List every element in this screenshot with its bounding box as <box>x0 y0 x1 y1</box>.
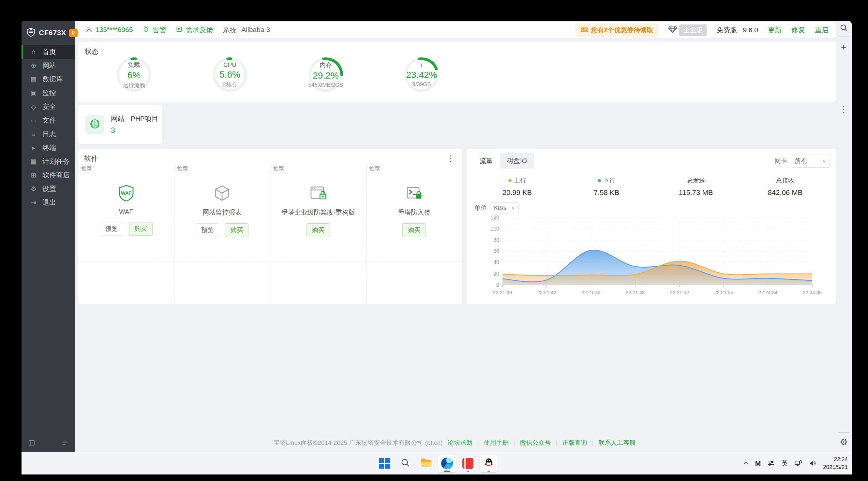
open-app-indicator <box>488 471 490 472</box>
sidebar-item-security[interactable]: ◇安全 <box>22 100 75 114</box>
alert-link[interactable]: 告警 <box>143 25 166 35</box>
copyright-text: 宝塔Linux面板©2014-2025 广东堡塔安全技术有限公司 (bt.cn) <box>274 439 443 447</box>
recommend-badge: 推荐 <box>270 164 287 174</box>
tray-settings-sliders-icon[interactable] <box>767 459 775 467</box>
sidebar-item-database[interactable]: ▤数据库 <box>22 72 75 86</box>
buy-button-0[interactable]: 购买 <box>129 222 153 236</box>
svg-text:22:21:52: 22:21:52 <box>670 290 689 295</box>
file-explorer-button[interactable] <box>417 455 435 472</box>
sidebar-item-logs[interactable]: ≡日志 <box>22 127 75 141</box>
update-button[interactable]: 更新 <box>768 25 782 35</box>
stat-label-text: 总发送 <box>687 176 705 185</box>
software-item-name: 堡塔防入侵 <box>398 208 430 217</box>
system-prefix: 系统: <box>223 25 238 35</box>
site-overview-card[interactable]: 网站 - PHP项目 3 <box>78 105 162 144</box>
software-title: 软件 <box>84 154 98 163</box>
sidebar-item-label: 计划任务 <box>42 157 70 166</box>
version-number[interactable]: 9.6.0 <box>743 26 758 34</box>
software-item-buttons: 预览购买 <box>100 222 153 236</box>
site-count[interactable]: 3 <box>111 126 158 135</box>
tab-disk-io[interactable]: 磁盘IO <box>500 153 534 169</box>
tray-m-app-icon[interactable]: M <box>755 459 761 467</box>
windows-taskbar: M 英 22:24 2025/5/21 <box>22 452 852 475</box>
software-item-2[interactable]: 推荐堡塔企业级防篡改-重构版购买 <box>270 164 367 262</box>
system-tray: M 英 22:24 2025/5/21 <box>743 452 848 475</box>
software-more-icon[interactable]: ⋮ <box>446 154 455 163</box>
footer-link-3[interactable]: 正版查询 <box>562 439 587 447</box>
footer-link-0[interactable]: 论坛求助 <box>447 439 472 447</box>
sidebar-item-label: 日志 <box>42 129 56 139</box>
red-document-app-button[interactable] <box>459 455 477 472</box>
software-item-0[interactable]: 推荐WAFWAF预览购买 <box>78 164 175 262</box>
main-content: 135****6965 告警 需求反馈 <box>75 21 836 452</box>
feedback-label: 需求反馈 <box>186 25 213 35</box>
edition-badge-group[interactable]: 企业版 <box>668 25 707 36</box>
taskbar-clock[interactable]: 22:24 2025/5/21 <box>823 456 848 471</box>
sidebar-item-settings[interactable]: ⚙设置 <box>22 182 75 196</box>
buy-button-2[interactable]: 购买 <box>307 223 330 237</box>
preview-button-0[interactable]: 预览 <box>100 222 123 236</box>
software-header: 软件 ⋮ <box>78 149 462 164</box>
footer-link-1[interactable]: 使用手册 <box>484 439 508 447</box>
stat-value: 20.99 KB <box>502 188 532 197</box>
grid-icon: ⊞ <box>29 171 38 179</box>
sidebar-item-cron[interactable]: ▦计划任务 <box>22 155 75 168</box>
system-info[interactable]: 系统: Alibaba 3 <box>223 25 270 35</box>
repair-button[interactable]: 修复 <box>792 25 805 35</box>
user-account[interactable]: 135****6965 <box>86 26 133 35</box>
sidebar-item-sites[interactable]: ⊕网站 <box>22 59 75 72</box>
logo-row[interactable]: CF673X 0 <box>22 21 75 45</box>
sidebar-item-terminal[interactable]: ▸终端 <box>22 141 75 155</box>
taskbar-search-button[interactable] <box>397 455 414 472</box>
edge-browser-button[interactable] <box>438 455 456 472</box>
sidebar-item-home[interactable]: ⌂首页 <box>22 45 75 59</box>
feedback-icon <box>176 26 183 34</box>
sidebar-collapse-icon[interactable] <box>28 439 35 446</box>
coupon-banner[interactable]: 您有2个优惠券待领取 <box>576 24 658 37</box>
dashboard-more-icon[interactable]: ⋮ <box>840 105 848 114</box>
svg-text:60: 60 <box>493 248 499 254</box>
buy-button-1[interactable]: 购买 <box>225 223 248 237</box>
nic-select[interactable]: 所有 ∨ <box>791 155 830 168</box>
sidebar-item-logout[interactable]: ⇥退出 <box>22 196 75 209</box>
software-item-buttons: 购买 <box>402 223 426 237</box>
top-navbar: 135****6965 告警 需求反馈 <box>78 22 836 38</box>
edition-badge: 企业版 <box>679 25 707 36</box>
stat-label: 下行 <box>598 176 616 185</box>
tray-chevron-up-icon[interactable] <box>743 461 749 465</box>
ime-language-indicator[interactable]: 英 <box>781 459 788 468</box>
qq-app-button[interactable] <box>480 455 498 472</box>
monitor-icon: ▣ <box>29 89 38 97</box>
sidebar-item-app-store[interactable]: ⊞软件商店 <box>22 168 75 182</box>
sidebar-item-monitor[interactable]: ▣监控 <box>22 86 75 100</box>
unit-select[interactable]: KB/s ∨ <box>490 202 519 214</box>
footer-link-separator: | <box>592 439 593 446</box>
gauge-cpu-dial: CPU5.6%2核心 <box>213 57 247 92</box>
sidebar-menu-icon[interactable] <box>61 439 68 446</box>
gear-icon[interactable]: ⚙ <box>840 437 847 447</box>
add-icon[interactable]: + <box>841 42 847 52</box>
footer-link-2[interactable]: 微信公众号 <box>520 439 551 447</box>
network-display-icon[interactable] <box>794 459 802 467</box>
edition-label[interactable]: 免费版 <box>716 25 737 35</box>
search-icon[interactable] <box>839 24 848 32</box>
desktop: CF673X 0 ⌂首页⊕网站▤数据库▣监控◇安全▭文件≡日志▸终端▦计划任务⊞… <box>22 13 852 475</box>
recommend-badge: 推荐 <box>78 164 95 174</box>
feedback-link[interactable]: 需求反馈 <box>176 25 213 35</box>
footer-link-4[interactable]: 联系人工客服 <box>598 439 636 447</box>
legend-dot <box>508 179 512 182</box>
windows-start-button[interactable] <box>376 455 393 472</box>
software-item-1[interactable]: 推荐网站监控报表预览购买 <box>175 164 271 262</box>
software-item-3[interactable]: 推荐堡塔防入侵购买 <box>367 164 462 262</box>
legend-dot <box>598 179 601 182</box>
buy-button-3[interactable]: 购买 <box>402 223 426 237</box>
stat-col-3: 总接收842.06 MB <box>741 176 830 197</box>
restart-button[interactable]: 重启 <box>815 25 829 35</box>
exit-icon: ⇥ <box>29 199 38 206</box>
site-info: 网站 - PHP项目 3 <box>111 114 158 135</box>
tab-traffic[interactable]: 流量 <box>472 153 500 169</box>
sidebar-item-files[interactable]: ▭文件 <box>22 114 75 127</box>
speaker-icon[interactable] <box>809 459 816 467</box>
preview-button-1[interactable]: 预览 <box>196 223 219 237</box>
taskbar-center <box>376 452 498 475</box>
